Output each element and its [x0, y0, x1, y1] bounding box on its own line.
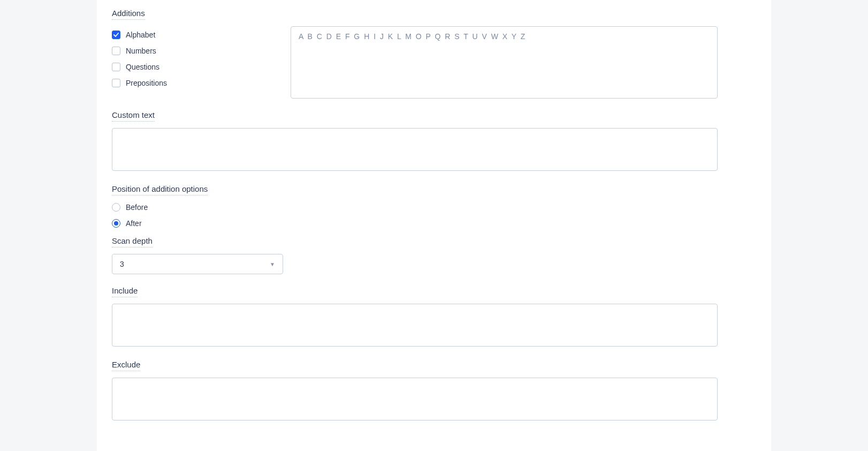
checkbox-questions[interactable]: Questions — [112, 63, 267, 71]
include-title: Include — [112, 286, 138, 297]
checkbox-numbers-label: Numbers — [126, 47, 156, 55]
exclude-title: Exclude — [112, 360, 140, 371]
radio-after[interactable]: After — [112, 219, 718, 228]
include-input[interactable] — [112, 304, 718, 347]
radio-before[interactable]: Before — [112, 203, 718, 212]
additions-title: Additions — [112, 9, 145, 20]
scan-depth-value: 3 — [120, 260, 124, 268]
radio-icon — [112, 203, 120, 212]
scan-depth-section: Scan depth 3 ▼ — [112, 233, 718, 274]
custom-text-section: Custom text — [112, 107, 718, 172]
checkbox-questions-label: Questions — [126, 63, 159, 71]
radio-after-label: After — [126, 219, 142, 228]
checkbox-numbers[interactable]: Numbers — [112, 47, 267, 55]
additions-section: Additions Alphabet Numbers — [112, 5, 718, 99]
position-section: Position of addition options Before Afte… — [112, 181, 718, 228]
checkbox-prepositions[interactable]: Prepositions — [112, 79, 267, 87]
checkbox-alphabet[interactable]: Alphabet — [112, 31, 267, 39]
additions-row: Alphabet Numbers Questions — [112, 26, 718, 99]
scan-depth-select[interactable]: 3 ▼ — [112, 254, 283, 274]
additions-checkbox-column: Alphabet Numbers Questions — [112, 26, 267, 87]
check-icon — [112, 63, 120, 71]
check-icon — [112, 47, 120, 55]
check-icon — [112, 31, 120, 39]
custom-text-title: Custom text — [112, 110, 155, 122]
radio-icon — [112, 219, 120, 228]
position-radio-group: Before After — [112, 203, 718, 228]
scan-depth-title: Scan depth — [112, 236, 153, 247]
custom-text-input[interactable] — [112, 128, 718, 171]
include-section: Include — [112, 283, 718, 348]
settings-panel: Additions Alphabet Numbers — [97, 0, 771, 451]
caret-down-icon: ▼ — [270, 261, 275, 267]
exclude-input[interactable] — [112, 378, 718, 420]
exclude-section: Exclude — [112, 357, 718, 422]
radio-before-label: Before — [126, 203, 148, 212]
checkbox-prepositions-label: Prepositions — [126, 79, 167, 87]
additions-preview: A B C D E F G H I J K L M O P Q R S T U … — [291, 26, 718, 99]
position-title: Position of addition options — [112, 184, 208, 196]
check-icon — [112, 79, 120, 87]
checkbox-alphabet-label: Alphabet — [126, 31, 155, 39]
